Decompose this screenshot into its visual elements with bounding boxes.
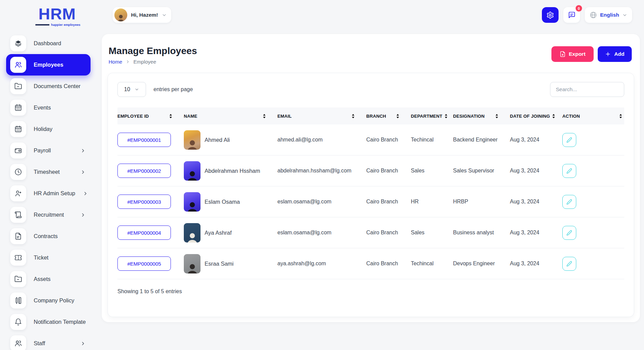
file-download-icon bbox=[560, 51, 566, 57]
employee-date-of-joining: Aug 3, 2024 bbox=[510, 230, 562, 236]
employee-avatar bbox=[184, 254, 200, 273]
table-row: #EMP0000001 Ahmed Ali ahmed.ali@lg.com C… bbox=[117, 124, 624, 155]
sidebar-item-company-policy[interactable]: Company Policy bbox=[6, 290, 91, 311]
employee-date-of-joining: Aug 3, 2024 bbox=[510, 168, 562, 174]
chevron-right-icon bbox=[126, 60, 130, 64]
edit-button[interactable] bbox=[562, 195, 576, 209]
edit-button[interactable] bbox=[562, 257, 576, 271]
sidebar-item-timesheet[interactable]: Timesheet bbox=[6, 161, 91, 183]
employee-id-badge[interactable]: #EMP0000002 bbox=[117, 164, 171, 178]
brand-logo[interactable]: HRM happier employees bbox=[34, 5, 80, 27]
sidebar-item-hr-admin-setup[interactable]: HR Admin Setup bbox=[6, 183, 91, 204]
entries-per-page-select[interactable]: 10 bbox=[117, 82, 146, 97]
table-row: #EMP0000005 Esraa Sami aya.ashrah@lg.com… bbox=[117, 248, 624, 279]
employee-id-badge[interactable]: #EMP0000001 bbox=[117, 133, 171, 147]
users-icon bbox=[10, 57, 26, 73]
column-header-email[interactable]: EMAIL bbox=[277, 114, 366, 119]
column-header-action[interactable]: ACTION bbox=[562, 114, 624, 119]
search-input[interactable] bbox=[550, 82, 624, 97]
sidebar-item-label: HR Admin Setup bbox=[34, 190, 75, 197]
employee-branch: Cairo Branch bbox=[366, 199, 411, 205]
card-header: Manage Employees Home Employee Export bbox=[108, 34, 634, 73]
sort-icon bbox=[263, 114, 266, 119]
pencil-icon bbox=[566, 137, 572, 143]
sidebar-item-label: Notification Template bbox=[34, 319, 86, 325]
chevron-right-icon bbox=[80, 341, 86, 346]
column-header-name[interactable]: NAME bbox=[184, 114, 277, 119]
messages-button[interactable]: 0 bbox=[563, 7, 580, 23]
sidebar-item-label: Holiday bbox=[34, 126, 52, 132]
manage-employees-card: Manage Employees Home Employee Export bbox=[102, 34, 640, 322]
table-row: #EMP0000004 Aya Ashraf eslam.osama@lg.co… bbox=[117, 217, 624, 248]
employee-branch: Cairo Branch bbox=[366, 137, 411, 143]
sidebar-item-staff[interactable]: Staff bbox=[6, 333, 91, 350]
table-panel: 10 entries per page EMPLOYEE ID NAME EMA… bbox=[108, 73, 634, 317]
edit-button[interactable] bbox=[562, 164, 576, 178]
table-body: #EMP0000001 Ahmed Ali ahmed.ali@lg.com C… bbox=[117, 124, 624, 279]
edit-button[interactable] bbox=[562, 226, 576, 240]
employee-department: Techincal bbox=[411, 261, 453, 267]
sidebar-item-events[interactable]: Events bbox=[6, 97, 91, 118]
column-header-designation[interactable]: DESIGNATION bbox=[453, 114, 510, 119]
table-row: #EMP0000002 Abdelrahman Hssham abdelrahm… bbox=[117, 155, 624, 186]
brand-name: HRM bbox=[34, 5, 80, 22]
column-header-department[interactable]: DEPARTMENT bbox=[411, 114, 453, 119]
folder-icon bbox=[10, 271, 26, 287]
page-content: Manage Employees Home Employee Export bbox=[97, 25, 644, 322]
settings-button[interactable] bbox=[542, 7, 559, 23]
sidebar-item-ticket[interactable]: Ticket bbox=[6, 247, 91, 268]
employee-branch: Cairo Branch bbox=[366, 230, 411, 236]
file-icon bbox=[10, 228, 26, 244]
folder-icon bbox=[10, 78, 26, 94]
language-label: English bbox=[600, 12, 619, 18]
message-count-badge: 0 bbox=[576, 5, 582, 12]
edit-button[interactable] bbox=[562, 133, 576, 147]
sidebar-item-contracts[interactable]: Contracts bbox=[6, 226, 91, 247]
employee-id-badge[interactable]: #EMP0000003 bbox=[117, 195, 171, 209]
pencil-icon bbox=[566, 199, 572, 205]
language-selector[interactable]: English bbox=[585, 7, 632, 23]
user-menu[interactable]: Hi, Hazem! bbox=[113, 7, 171, 23]
employee-department: Techincal bbox=[411, 137, 453, 143]
sidebar-item-payroll[interactable]: Payroll bbox=[6, 140, 91, 161]
sidebar-item-employees[interactable]: Employees bbox=[6, 54, 91, 76]
employee-date-of-joining: Aug 3, 2024 bbox=[510, 261, 562, 267]
chevron-right-icon bbox=[80, 169, 86, 175]
sort-icon bbox=[352, 114, 355, 119]
breadcrumb-home-link[interactable]: Home bbox=[109, 59, 122, 65]
sidebar-item-dashboard[interactable]: Dashboard bbox=[6, 33, 91, 54]
employee-date-of-joining: Aug 3, 2024 bbox=[510, 199, 562, 205]
user-plus-icon bbox=[10, 185, 26, 201]
app-root: HRM happier employees Dashboard Employee… bbox=[0, 0, 644, 350]
sidebar-item-assets[interactable]: Assets bbox=[6, 268, 91, 290]
sidebar-item-notification-template[interactable]: Notification Template bbox=[6, 311, 91, 333]
ticket-icon bbox=[10, 250, 26, 266]
pencil-icon bbox=[566, 168, 572, 174]
column-header-date-of-joining[interactable]: DATE OF JOINING bbox=[510, 114, 562, 119]
chevron-right-icon bbox=[80, 148, 86, 153]
column-header-branch[interactable]: BRANCH bbox=[366, 114, 411, 119]
pencil-icon bbox=[566, 230, 572, 236]
add-button[interactable]: Add bbox=[598, 46, 632, 62]
column-header-employee-id[interactable]: EMPLOYEE ID bbox=[117, 114, 184, 119]
wallet-icon bbox=[10, 143, 26, 159]
sidebar-item-holiday[interactable]: Holiday bbox=[6, 118, 91, 140]
table-row: #EMP0000003 Eslam Osama eslam.osama@lg.c… bbox=[117, 186, 624, 217]
sort-icon bbox=[552, 114, 555, 119]
employee-department: HR bbox=[411, 199, 453, 205]
gear-icon bbox=[546, 11, 554, 19]
chevron-right-icon bbox=[80, 212, 86, 218]
sort-icon bbox=[169, 114, 172, 119]
sidebar-item-documents-center[interactable]: Documents Center bbox=[6, 76, 91, 97]
employee-email: eslam.osama@lg.com bbox=[277, 199, 366, 205]
sidebar-item-label: Payroll bbox=[34, 147, 51, 154]
topbar: Hi, Hazem! 0 English bbox=[97, 0, 644, 25]
chevron-down-icon bbox=[134, 87, 139, 92]
employee-id-badge[interactable]: #EMP0000004 bbox=[117, 226, 171, 240]
employee-id-badge[interactable]: #EMP0000005 bbox=[117, 256, 171, 271]
employee-avatar bbox=[184, 161, 200, 181]
employee-date-of-joining: Aug 3, 2024 bbox=[510, 137, 562, 143]
employee-email: abdelrahman.hssham@lg.com bbox=[277, 168, 366, 174]
sidebar-item-recruitment[interactable]: Recruitment bbox=[6, 204, 91, 226]
export-button[interactable]: Export bbox=[551, 46, 594, 62]
